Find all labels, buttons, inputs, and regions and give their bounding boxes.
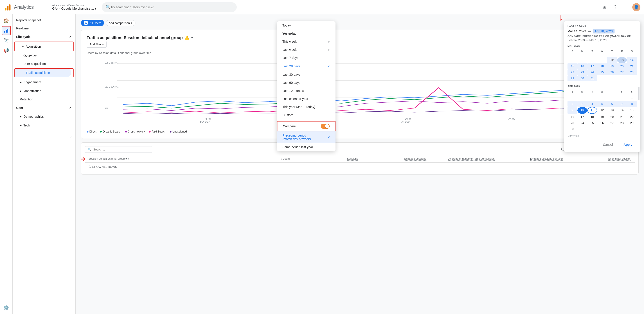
nav-lifecycle-section[interactable]: Life cycle ∧ bbox=[12, 32, 76, 41]
cal-apr-29[interactable]: 29 bbox=[627, 120, 637, 126]
option-last-30-days[interactable]: Last 30 days bbox=[277, 71, 336, 79]
th-engaged-sessions[interactable]: Engaged sessions bbox=[360, 157, 426, 160]
cal-mar-19[interactable]: 19 bbox=[607, 63, 617, 69]
nav-user-acquisition[interactable]: User acquisition bbox=[12, 60, 76, 68]
nav-retention[interactable]: Retention bbox=[12, 95, 76, 103]
cal-mar-23[interactable]: 23 bbox=[578, 69, 587, 75]
search-bar[interactable]: 🔍 bbox=[102, 2, 237, 12]
nav-tech[interactable]: ▸ Tech bbox=[12, 121, 76, 130]
th-engaged-per-user[interactable]: Engaged sessions per user bbox=[496, 157, 563, 160]
add-comparison-button[interactable]: Add comparison + bbox=[106, 20, 136, 26]
compare-toggle-row[interactable]: Compare bbox=[277, 121, 336, 131]
option-last-calendar-year[interactable]: Last calendar year bbox=[277, 95, 336, 103]
th-sessions[interactable]: Sessions bbox=[292, 157, 358, 160]
cal-apr-20[interactable]: 20 bbox=[607, 114, 617, 120]
cal-mar-17[interactable]: 17 bbox=[587, 63, 597, 69]
cal-apr-27[interactable]: 27 bbox=[607, 120, 617, 126]
cal-scrollbar[interactable] bbox=[638, 87, 640, 100]
cal-mar-13[interactable]: 13 bbox=[617, 57, 627, 63]
chart-dropdown-icon[interactable]: ▾ bbox=[191, 36, 193, 39]
cal-apply-button[interactable]: Apply bbox=[619, 141, 637, 148]
th-channel-plus-icon[interactable]: + bbox=[128, 157, 129, 160]
th-events-per-session[interactable]: Events per session bbox=[565, 157, 632, 160]
nav-engagement[interactable]: ▸ Engagement bbox=[12, 78, 76, 86]
th-channel-dropdown-icon[interactable]: ▾ bbox=[126, 157, 127, 160]
cal-apr-11[interactable]: 11 bbox=[587, 107, 597, 114]
nav-overview[interactable]: Overview bbox=[12, 52, 76, 60]
cal-apr-17[interactable]: 17 bbox=[578, 114, 587, 120]
sidebar-explore-button[interactable]: 🔭 bbox=[2, 36, 11, 45]
cal-apr-5[interactable]: 5 bbox=[597, 101, 607, 107]
cal-mar-20[interactable]: 20 bbox=[617, 63, 627, 69]
option-today[interactable]: Today bbox=[277, 21, 336, 29]
cal-apr-19[interactable]: 19 bbox=[597, 114, 607, 120]
option-custom[interactable]: Custom bbox=[277, 111, 336, 119]
account-selector[interactable]: All accounts > Demo Account GA4 - Google… bbox=[52, 4, 96, 10]
nav-traffic-acquisition[interactable]: Traffic acquisition bbox=[15, 69, 71, 77]
sidebar-settings-button[interactable]: ⚙️ bbox=[2, 303, 11, 312]
th-avg-engagement[interactable]: Average engagement time per session bbox=[428, 157, 495, 160]
cal-mar-15[interactable]: 15 bbox=[568, 63, 578, 69]
sidebar-home-button[interactable]: 🏠 bbox=[2, 16, 11, 25]
cal-apr-15[interactable]: 15 bbox=[627, 107, 637, 114]
th-users[interactable]: ↓ Users bbox=[223, 157, 290, 160]
option-last-7-days[interactable]: Last 7 days bbox=[277, 54, 336, 62]
nav-demographics[interactable]: ▸ Demographics bbox=[12, 112, 76, 121]
avatar[interactable]: 👤 bbox=[632, 3, 640, 11]
sidebar-collapse-button[interactable]: ‹ bbox=[70, 135, 72, 140]
cal-apr-23[interactable]: 23 bbox=[568, 120, 578, 126]
cal-apr-21[interactable]: 21 bbox=[617, 114, 627, 120]
option-yesterday[interactable]: Yesterday bbox=[277, 29, 336, 37]
cal-apr-7[interactable]: 7 bbox=[617, 101, 627, 107]
nav-acquisition[interactable]: ▾ Acquisition bbox=[15, 42, 73, 51]
cal-mar-28[interactable]: 28 bbox=[627, 69, 637, 75]
nav-realtime[interactable]: Realtime bbox=[12, 24, 76, 32]
option-last-28-days[interactable]: Last 28 days ✓ bbox=[277, 62, 336, 71]
cal-mar-25[interactable]: 25 bbox=[597, 69, 607, 75]
more-options-button[interactable]: ⋮ bbox=[622, 3, 630, 12]
cal-apr-4[interactable]: 4 bbox=[587, 101, 597, 107]
option-last-90-days[interactable]: Last 90 days bbox=[277, 79, 336, 87]
cal-apr-12[interactable]: 12 bbox=[597, 107, 607, 114]
add-filter-button[interactable]: Add filter + bbox=[87, 41, 107, 48]
table-search-area[interactable]: 🔍 bbox=[85, 146, 152, 153]
cal-apr-8[interactable]: 8 bbox=[627, 101, 637, 107]
option-this-week[interactable]: This week ▸ bbox=[277, 37, 336, 46]
cal-mar-30[interactable]: 30 bbox=[578, 75, 587, 81]
nav-monetization[interactable]: ▸ Monetization bbox=[12, 86, 76, 95]
sidebar-advertising-button[interactable]: 📢 bbox=[2, 46, 11, 55]
cal-apr-10[interactable]: 10 bbox=[578, 107, 587, 114]
cal-mar-12[interactable]: 12 bbox=[607, 57, 617, 63]
option-preceding-period[interactable]: Preceding period(match day of week) ✓ bbox=[277, 131, 336, 143]
cal-apr-30[interactable]: 30 bbox=[568, 126, 578, 132]
nav-user-section[interactable]: User ∧ bbox=[12, 103, 76, 112]
cal-mar-24[interactable]: 24 bbox=[587, 69, 597, 75]
grid-view-button[interactable]: ⊞ bbox=[600, 3, 609, 12]
cal-mar-18[interactable]: 18 bbox=[597, 63, 607, 69]
option-last-12-months[interactable]: Last 12 months bbox=[277, 87, 336, 95]
cal-apr-2[interactable]: 2 bbox=[568, 101, 578, 107]
nav-reports-snapshot[interactable]: Reports snapshot bbox=[12, 16, 76, 24]
cal-apr-25[interactable]: 25 bbox=[587, 120, 597, 126]
cal-apr-1[interactable]: 1 bbox=[627, 95, 637, 101]
cal-mar-16[interactable]: 16 bbox=[578, 63, 587, 69]
cal-apr-16[interactable]: 16 bbox=[568, 114, 578, 120]
cal-apr-28[interactable]: 28 bbox=[617, 120, 627, 126]
help-button[interactable]: ? bbox=[611, 3, 620, 12]
cal-mar-26[interactable]: 26 bbox=[607, 69, 617, 75]
search-input[interactable] bbox=[110, 5, 233, 9]
cal-apr-6[interactable]: 6 bbox=[607, 101, 617, 107]
all-users-chip[interactable]: A All Users bbox=[81, 20, 104, 26]
cal-mar-27[interactable]: 27 bbox=[617, 69, 627, 75]
cal-apr-22[interactable]: 22 bbox=[627, 114, 637, 120]
cal-cancel-button[interactable]: Cancel bbox=[598, 141, 618, 148]
option-last-week[interactable]: Last week ▸ bbox=[277, 46, 336, 54]
cal-mar-14[interactable]: 14 bbox=[627, 57, 637, 63]
cal-apr-18[interactable]: 18 bbox=[587, 114, 597, 120]
th-channel[interactable]: Session default channel group ▾ + bbox=[88, 157, 222, 160]
cal-mar-21[interactable]: 21 bbox=[627, 63, 637, 69]
cal-mar-29[interactable]: 29 bbox=[568, 75, 578, 81]
cal-apr-14[interactable]: 14 bbox=[617, 107, 627, 114]
sidebar-reports-button[interactable] bbox=[2, 26, 11, 35]
option-this-year[interactable]: This year (Jan – Today) bbox=[277, 103, 336, 111]
